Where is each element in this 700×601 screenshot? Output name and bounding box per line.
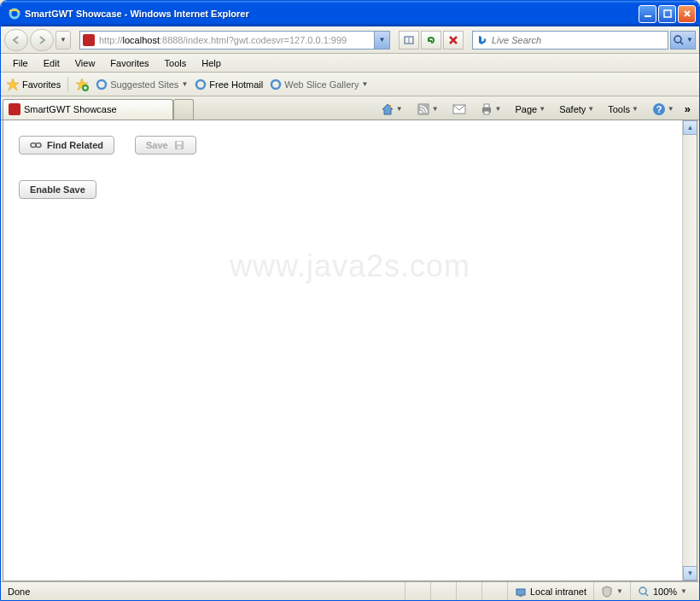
- menu-favorites[interactable]: Favorites: [103, 56, 155, 70]
- svg-point-24: [639, 587, 646, 594]
- menu-tools[interactable]: Tools: [158, 56, 194, 70]
- tab-active[interactable]: SmartGWT Showcase: [3, 99, 173, 120]
- svg-rect-20: [177, 142, 181, 144]
- tab-bar: SmartGWT Showcase ▼ ▼ ▼ Page▼ Safety▼ To…: [1, 96, 699, 120]
- vertical-scrollbar[interactable]: ▲ ▼: [682, 120, 697, 581]
- menu-view[interactable]: View: [68, 56, 102, 70]
- web-slice-link[interactable]: Web Slice Gallery ▼: [270, 79, 368, 90]
- find-related-button[interactable]: Find Related: [19, 136, 114, 155]
- refresh-button[interactable]: [421, 31, 441, 50]
- recent-dropdown[interactable]: ▼: [55, 31, 71, 50]
- tab-favicon: [9, 103, 20, 115]
- close-button[interactable]: [678, 5, 696, 23]
- protected-mode[interactable]: ▼: [593, 582, 630, 600]
- zoom-icon: [638, 586, 650, 598]
- home-button[interactable]: ▼: [377, 101, 406, 118]
- overflow-chevron-icon[interactable]: »: [685, 102, 691, 115]
- read-mail-button[interactable]: [449, 102, 470, 117]
- menu-edit[interactable]: Edit: [37, 56, 67, 70]
- svg-point-6: [196, 80, 205, 89]
- ie-icon: [8, 7, 21, 20]
- link-icon: [30, 140, 42, 150]
- maximize-button[interactable]: [658, 5, 676, 23]
- svg-rect-8: [389, 105, 391, 108]
- disk-icon: [173, 140, 185, 150]
- enable-save-button[interactable]: Enable Save: [19, 180, 96, 199]
- menu-help[interactable]: Help: [195, 56, 228, 70]
- help-button[interactable]: ?▼: [649, 101, 678, 118]
- page-content: Find Related Save Enable Save www.java2s…: [3, 120, 697, 581]
- address-bar[interactable]: http://localhost:8888/index.html?gwt.cod…: [79, 31, 375, 50]
- svg-rect-14: [484, 111, 489, 114]
- status-text: Done: [6, 582, 405, 600]
- ie-page-icon: [195, 79, 207, 90]
- star-add-icon: [75, 78, 89, 91]
- new-tab-button[interactable]: [173, 99, 194, 120]
- print-button[interactable]: ▼: [476, 101, 505, 118]
- home-icon: [381, 102, 394, 116]
- compat-view-button[interactable]: [399, 31, 419, 50]
- svg-point-7: [271, 80, 280, 89]
- address-dropdown[interactable]: ▼: [375, 31, 390, 50]
- nav-bar: ▼ http://localhost:8888/index.html?gwt.c…: [1, 26, 699, 54]
- svg-rect-22: [516, 589, 525, 595]
- printer-icon: [480, 102, 493, 116]
- shield-icon: [601, 586, 613, 598]
- scroll-down-button[interactable]: ▼: [683, 566, 697, 581]
- search-box[interactable]: [472, 31, 668, 50]
- safety-menu[interactable]: Safety▼: [556, 102, 598, 116]
- watermark: www.java2s.com: [3, 248, 697, 284]
- svg-rect-0: [645, 15, 651, 17]
- suggested-sites-link[interactable]: Suggested Sites ▼: [96, 79, 188, 90]
- svg-rect-13: [484, 104, 489, 108]
- back-button[interactable]: [4, 29, 28, 51]
- tools-menu[interactable]: Tools▼: [604, 102, 642, 116]
- svg-point-18: [36, 143, 41, 148]
- search-input[interactable]: [492, 35, 664, 45]
- ie-page-icon: [96, 79, 108, 90]
- mail-icon: [452, 103, 466, 115]
- save-button: Save: [135, 136, 196, 155]
- tab-title: SmartGWT Showcase: [24, 104, 117, 114]
- bing-icon: [476, 34, 488, 46]
- svg-rect-21: [178, 147, 180, 149]
- window-title: SmartGWT Showcase - Windows Internet Exp…: [25, 9, 639, 19]
- ie-page-icon: [270, 79, 282, 90]
- svg-point-3: [674, 36, 681, 43]
- stop-button[interactable]: [443, 31, 464, 50]
- svg-rect-23: [519, 595, 522, 597]
- svg-point-5: [97, 80, 106, 89]
- forward-button[interactable]: [30, 29, 54, 51]
- rss-icon: [417, 102, 430, 116]
- scroll-up-button[interactable]: ▲: [683, 120, 697, 135]
- security-zone[interactable]: Local intranet: [507, 582, 593, 600]
- search-button[interactable]: ▼: [670, 31, 696, 50]
- minimize-button[interactable]: [639, 5, 656, 23]
- add-favorite-button[interactable]: [75, 78, 89, 91]
- status-bar: Done Local intranet ▼ 100% ▼: [1, 581, 699, 600]
- svg-text:?: ?: [656, 104, 662, 114]
- menu-file[interactable]: File: [6, 56, 35, 70]
- address-text: http://localhost:8888/index.html?gwt.cod…: [99, 35, 347, 45]
- menu-bar: File Edit View Favorites Tools Help: [1, 54, 699, 73]
- free-hotmail-link[interactable]: Free Hotmail: [195, 79, 263, 90]
- site-icon: [83, 34, 95, 46]
- help-icon: ?: [652, 102, 666, 116]
- svg-point-17: [31, 143, 36, 148]
- favorites-bar: Favorites Suggested Sites ▼ Free Hotmail…: [1, 73, 699, 96]
- star-icon: [6, 78, 20, 91]
- svg-rect-1: [664, 10, 671, 17]
- favorites-button[interactable]: Favorites: [6, 78, 61, 91]
- page-menu[interactable]: Page▼: [512, 102, 550, 116]
- feeds-button[interactable]: ▼: [413, 101, 442, 118]
- svg-point-10: [419, 110, 422, 113]
- zoom-control[interactable]: 100% ▼: [630, 582, 694, 600]
- title-bar: SmartGWT Showcase - Windows Internet Exp…: [1, 1, 699, 26]
- intranet-icon: [515, 586, 527, 598]
